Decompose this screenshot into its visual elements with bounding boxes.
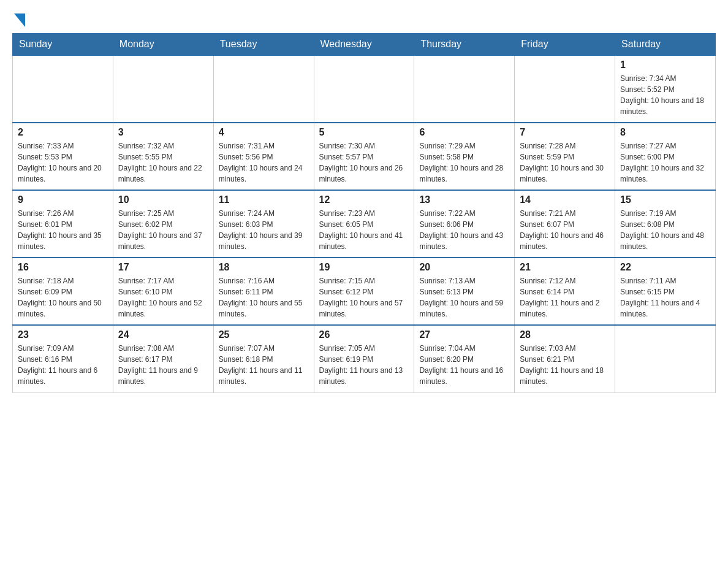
day-number: 26 xyxy=(319,329,409,340)
day-info: Sunrise: 7:05 AMSunset: 6:19 PMDaylight:… xyxy=(319,343,409,387)
day-number: 10 xyxy=(118,194,208,205)
day-info: Sunrise: 7:16 AMSunset: 6:11 PMDaylight:… xyxy=(219,275,309,320)
calendar-cell: 16Sunrise: 7:18 AMSunset: 6:09 PMDayligh… xyxy=(13,258,113,325)
calendar-cell: 13Sunrise: 7:22 AMSunset: 6:06 PMDayligh… xyxy=(414,190,515,258)
day-number: 16 xyxy=(18,262,108,273)
day-info: Sunrise: 7:32 AMSunset: 5:55 PMDaylight:… xyxy=(118,140,208,185)
calendar-cell: 5Sunrise: 7:30 AMSunset: 5:57 PMDaylight… xyxy=(314,123,414,190)
logo-arrow-icon xyxy=(14,13,25,27)
day-number: 18 xyxy=(219,262,309,273)
day-number: 28 xyxy=(520,329,610,340)
calendar-cell: 27Sunrise: 7:04 AMSunset: 6:20 PMDayligh… xyxy=(414,325,515,393)
day-info: Sunrise: 7:08 AMSunset: 6:17 PMDaylight:… xyxy=(118,343,208,387)
day-info: Sunrise: 7:28 AMSunset: 5:59 PMDaylight:… xyxy=(520,140,610,185)
day-number: 15 xyxy=(620,194,710,205)
day-info: Sunrise: 7:27 AMSunset: 6:00 PMDaylight:… xyxy=(620,140,710,185)
calendar-cell: 25Sunrise: 7:07 AMSunset: 6:18 PMDayligh… xyxy=(213,325,314,393)
calendar-cell: 18Sunrise: 7:16 AMSunset: 6:11 PMDayligh… xyxy=(213,258,314,325)
calendar-cell: 9Sunrise: 7:26 AMSunset: 6:01 PMDaylight… xyxy=(13,190,113,258)
day-info: Sunrise: 7:21 AMSunset: 6:07 PMDaylight:… xyxy=(520,208,610,252)
day-info: Sunrise: 7:26 AMSunset: 6:01 PMDaylight:… xyxy=(18,208,108,252)
day-info: Sunrise: 7:33 AMSunset: 5:53 PMDaylight:… xyxy=(18,140,108,185)
day-number: 14 xyxy=(520,194,610,205)
calendar-cell: 3Sunrise: 7:32 AMSunset: 5:55 PMDaylight… xyxy=(113,123,213,190)
week-row-5: 23Sunrise: 7:09 AMSunset: 6:16 PMDayligh… xyxy=(13,325,716,393)
day-info: Sunrise: 7:24 AMSunset: 6:03 PMDaylight:… xyxy=(219,208,309,252)
day-info: Sunrise: 7:29 AMSunset: 5:58 PMDaylight:… xyxy=(419,140,509,185)
day-number: 20 xyxy=(419,262,509,273)
day-number: 11 xyxy=(219,194,309,205)
day-info: Sunrise: 7:17 AMSunset: 6:10 PMDaylight:… xyxy=(118,275,208,320)
calendar-cell xyxy=(515,55,615,123)
day-number: 19 xyxy=(319,262,409,273)
calendar-cell: 28Sunrise: 7:03 AMSunset: 6:21 PMDayligh… xyxy=(515,325,615,393)
calendar-cell: 19Sunrise: 7:15 AMSunset: 6:12 PMDayligh… xyxy=(314,258,414,325)
calendar-cell: 21Sunrise: 7:12 AMSunset: 6:14 PMDayligh… xyxy=(515,258,615,325)
day-info: Sunrise: 7:12 AMSunset: 6:14 PMDaylight:… xyxy=(520,275,610,320)
day-number: 9 xyxy=(18,194,108,205)
header-day-sunday: Sunday xyxy=(13,34,113,56)
day-number: 12 xyxy=(319,194,409,205)
calendar-cell: 2Sunrise: 7:33 AMSunset: 5:53 PMDaylight… xyxy=(13,123,113,190)
calendar-cell xyxy=(615,325,716,393)
day-number: 4 xyxy=(219,127,309,138)
day-number: 21 xyxy=(520,262,610,273)
calendar-cell: 7Sunrise: 7:28 AMSunset: 5:59 PMDaylight… xyxy=(515,123,615,190)
week-row-4: 16Sunrise: 7:18 AMSunset: 6:09 PMDayligh… xyxy=(13,258,716,325)
day-info: Sunrise: 7:13 AMSunset: 6:13 PMDaylight:… xyxy=(419,275,509,320)
day-number: 5 xyxy=(319,127,409,138)
calendar-cell: 17Sunrise: 7:17 AMSunset: 6:10 PMDayligh… xyxy=(113,258,213,325)
logo xyxy=(12,12,25,27)
day-number: 25 xyxy=(219,329,309,340)
day-info: Sunrise: 7:03 AMSunset: 6:21 PMDaylight:… xyxy=(520,343,610,387)
day-number: 22 xyxy=(620,262,710,273)
calendar-header: SundayMondayTuesdayWednesdayThursdayFrid… xyxy=(13,34,716,56)
day-info: Sunrise: 7:34 AMSunset: 5:52 PMDaylight:… xyxy=(620,73,710,117)
week-row-1: 1Sunrise: 7:34 AMSunset: 5:52 PMDaylight… xyxy=(13,55,716,123)
calendar-cell xyxy=(13,55,113,123)
day-number: 1 xyxy=(620,59,710,71)
day-info: Sunrise: 7:11 AMSunset: 6:15 PMDaylight:… xyxy=(620,275,710,320)
week-row-3: 9Sunrise: 7:26 AMSunset: 6:01 PMDaylight… xyxy=(13,190,716,258)
header-row: SundayMondayTuesdayWednesdayThursdayFrid… xyxy=(13,34,716,56)
day-info: Sunrise: 7:18 AMSunset: 6:09 PMDaylight:… xyxy=(18,275,108,320)
calendar-cell xyxy=(213,55,314,123)
calendar-table: SundayMondayTuesdayWednesdayThursdayFrid… xyxy=(12,33,716,393)
page-header xyxy=(12,12,716,27)
calendar-cell: 23Sunrise: 7:09 AMSunset: 6:16 PMDayligh… xyxy=(13,325,113,393)
calendar-body: 1Sunrise: 7:34 AMSunset: 5:52 PMDaylight… xyxy=(13,55,716,393)
header-day-saturday: Saturday xyxy=(615,34,716,56)
calendar-cell: 20Sunrise: 7:13 AMSunset: 6:13 PMDayligh… xyxy=(414,258,515,325)
calendar-cell: 4Sunrise: 7:31 AMSunset: 5:56 PMDaylight… xyxy=(213,123,314,190)
calendar-cell: 26Sunrise: 7:05 AMSunset: 6:19 PMDayligh… xyxy=(314,325,414,393)
day-info: Sunrise: 7:09 AMSunset: 6:16 PMDaylight:… xyxy=(18,343,108,387)
day-info: Sunrise: 7:31 AMSunset: 5:56 PMDaylight:… xyxy=(219,140,309,185)
week-row-2: 2Sunrise: 7:33 AMSunset: 5:53 PMDaylight… xyxy=(13,123,716,190)
day-number: 6 xyxy=(419,127,509,138)
day-info: Sunrise: 7:30 AMSunset: 5:57 PMDaylight:… xyxy=(319,140,409,185)
calendar-cell: 11Sunrise: 7:24 AMSunset: 6:03 PMDayligh… xyxy=(213,190,314,258)
day-number: 8 xyxy=(620,127,710,138)
calendar-cell: 24Sunrise: 7:08 AMSunset: 6:17 PMDayligh… xyxy=(113,325,213,393)
svg-marker-0 xyxy=(14,13,25,27)
day-number: 3 xyxy=(118,127,208,138)
header-day-thursday: Thursday xyxy=(414,34,515,56)
day-number: 23 xyxy=(18,329,108,340)
calendar-cell: 12Sunrise: 7:23 AMSunset: 6:05 PMDayligh… xyxy=(314,190,414,258)
calendar-cell: 6Sunrise: 7:29 AMSunset: 5:58 PMDaylight… xyxy=(414,123,515,190)
calendar-cell: 22Sunrise: 7:11 AMSunset: 6:15 PMDayligh… xyxy=(615,258,716,325)
calendar-cell: 1Sunrise: 7:34 AMSunset: 5:52 PMDaylight… xyxy=(615,55,716,123)
day-info: Sunrise: 7:04 AMSunset: 6:20 PMDaylight:… xyxy=(419,343,509,387)
header-day-wednesday: Wednesday xyxy=(314,34,414,56)
calendar-cell xyxy=(414,55,515,123)
calendar-cell xyxy=(314,55,414,123)
day-number: 27 xyxy=(419,329,509,340)
day-number: 7 xyxy=(520,127,610,138)
day-info: Sunrise: 7:07 AMSunset: 6:18 PMDaylight:… xyxy=(219,343,309,387)
day-number: 24 xyxy=(118,329,208,340)
day-info: Sunrise: 7:23 AMSunset: 6:05 PMDaylight:… xyxy=(319,208,409,252)
day-number: 2 xyxy=(18,127,108,138)
day-info: Sunrise: 7:25 AMSunset: 6:02 PMDaylight:… xyxy=(118,208,208,252)
day-info: Sunrise: 7:15 AMSunset: 6:12 PMDaylight:… xyxy=(319,275,409,320)
day-info: Sunrise: 7:22 AMSunset: 6:06 PMDaylight:… xyxy=(419,208,509,252)
